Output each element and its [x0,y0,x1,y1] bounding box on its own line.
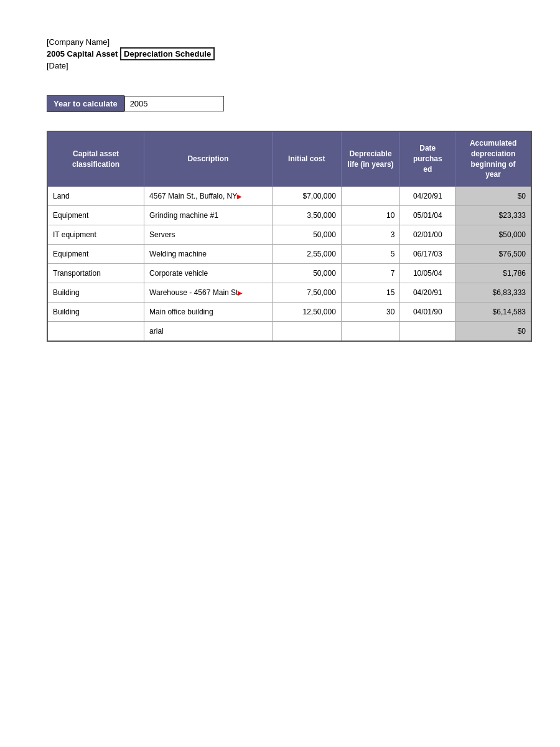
table-cell: $1,786 [455,264,531,283]
table-cell: 10 [341,206,399,225]
col-header-life: Depreciablelife (in years) [341,131,399,187]
table-cell: 04/01/90 [400,303,455,322]
table-cell: 30 [341,303,399,322]
table-cell: $6,83,333 [455,283,531,303]
table-row: IT equipmentServers50,000302/01/00$50,00… [47,225,531,245]
table-row: TransportationCorporate vehicle50,000710… [47,264,531,283]
table-cell: Land [47,187,144,206]
table-cell: 02/01/00 [400,225,455,245]
table-row: Land4567 Main St., Buffalo, NY▶$7,00,000… [47,187,531,206]
col-header-classification: Capital assetclassification [47,131,144,187]
table-cell: 04/20/91 [400,283,455,303]
table-cell: $50,000 [455,225,531,245]
table-cell: 15 [341,283,399,303]
col-header-description: Description [144,131,273,187]
table-cell: Building [47,303,144,322]
table-cell: 06/17/03 [400,245,455,264]
title-part2: Depreciation Schedule [120,47,215,60]
table-cell: 50,000 [272,264,341,283]
table-cell: $76,500 [455,245,531,264]
table-cell [47,322,144,342]
table-cell: 3 [341,225,399,245]
table-cell: Corporate vehicle [144,264,273,283]
table-cell: Welding machine [144,245,273,264]
table-cell: Transportation [47,264,144,283]
table-cell: 50,000 [272,225,341,245]
col-header-cost: Initial cost [272,131,341,187]
table-cell: 4567 Main St., Buffalo, NY▶ [144,187,273,206]
year-label: Year to calculate [47,95,124,112]
table-cell: 05/01/04 [400,206,455,225]
table-cell: 04/20/91 [400,187,455,206]
table-cell: 2,55,000 [272,245,341,264]
table-cell: 7 [341,264,399,283]
table-cell: Grinding machine #1 [144,206,273,225]
table-cell: $0 [455,187,531,206]
table-row: arial$0 [47,322,531,342]
table-cell: Servers [144,225,273,245]
table-row: BuildingMain office building12,50,000300… [47,303,531,322]
table-cell: Equipment [47,206,144,225]
table-cell: 7,50,000 [272,283,341,303]
table-cell [341,322,399,342]
table-cell: Equipment [47,245,144,264]
table-cell [272,322,341,342]
header-section: [Company Name] 2005 Capital Asset Deprec… [47,37,523,70]
table-cell: Main office building [144,303,273,322]
col-header-date: Datepurchased [400,131,455,187]
year-input[interactable] [124,96,224,111]
overflow-icon: ▶ [238,289,243,296]
table-cell: 3,50,000 [272,206,341,225]
table-cell: $23,333 [455,206,531,225]
table-row: EquipmentWelding machine2,55,000506/17/0… [47,245,531,264]
overflow-icon: ▶ [237,193,242,200]
table-cell: $7,00,000 [272,187,341,206]
table-cell [341,187,399,206]
doc-title: 2005 Capital Asset Depreciation Schedule [47,49,523,59]
table-cell: Building [47,283,144,303]
table-header-row: Capital assetclassification Description … [47,131,531,187]
table-cell: arial [144,322,273,342]
table-cell: 12,50,000 [272,303,341,322]
schedule-table: Capital assetclassification Description … [47,131,532,342]
doc-date: [Date] [47,61,523,70]
table-cell: IT equipment [47,225,144,245]
table-cell: $6,14,583 [455,303,531,322]
table-cell: 5 [341,245,399,264]
table-cell: 10/05/04 [400,264,455,283]
company-name: [Company Name] [47,37,523,47]
table-cell: Warehouse - 4567 Main St▶ [144,283,273,303]
year-calc-section: Year to calculate [47,95,523,112]
col-header-accum: Accumulateddepreciationbeginning ofyear [455,131,531,187]
title-part1: 2005 Capital Asset [47,49,118,59]
table-cell: $0 [455,322,531,342]
table-cell [400,322,455,342]
table-row: EquipmentGrinding machine #13,50,0001005… [47,206,531,225]
table-row: BuildingWarehouse - 4567 Main St▶7,50,00… [47,283,531,303]
